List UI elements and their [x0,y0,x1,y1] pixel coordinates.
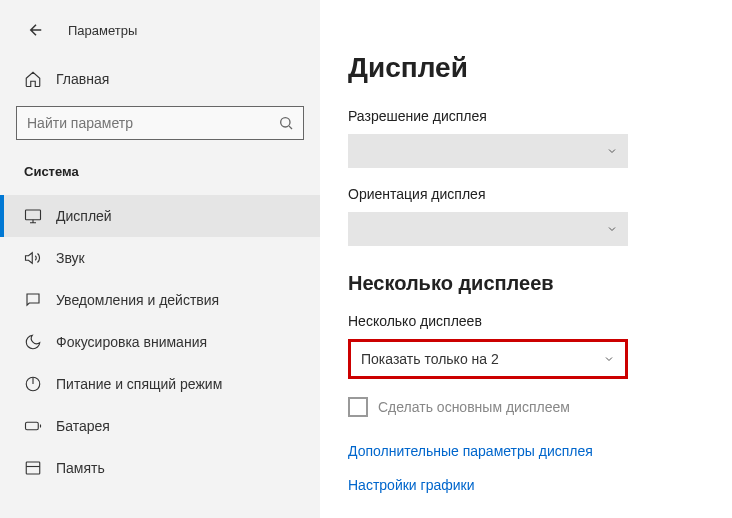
header-row: Параметры [0,12,320,60]
orientation-dropdown[interactable] [348,212,628,246]
nav-label: Дисплей [56,208,112,224]
orientation-label: Ориентация дисплея [348,186,704,202]
nav-label: Питание и спящий режим [56,376,222,392]
page-title: Дисплей [348,52,704,84]
nav-label: Память [56,460,105,476]
multi-displays-value: Показать только на 2 [361,351,499,367]
nav-label: Фокусировка внимания [56,334,207,350]
search-box[interactable] [16,106,304,140]
nav-label: Уведомления и действия [56,292,219,308]
sound-icon [24,249,42,267]
sidebar-item-focus[interactable]: Фокусировка внимания [0,321,320,363]
sidebar: Параметры Главная Система Дисплей Звук [0,0,320,518]
battery-icon [24,417,42,435]
arrow-left-icon [27,21,45,39]
multi-displays-dropdown[interactable]: Показать только на 2 [348,339,628,379]
search-input[interactable] [17,107,269,139]
search-wrap [0,98,320,156]
sidebar-item-notifications[interactable]: Уведомления и действия [0,279,320,321]
home-label: Главная [56,71,109,87]
sidebar-item-storage[interactable]: Память [0,447,320,489]
multi-displays-label: Несколько дисплеев [348,313,704,329]
moon-icon [24,333,42,351]
notifications-icon [24,291,42,309]
make-primary-row: Сделать основным дисплеем [348,397,704,417]
sidebar-section-label: Система [0,156,320,187]
graphics-settings-link[interactable]: Настройки графики [348,477,704,493]
app-title: Параметры [68,23,137,38]
nav-list: Дисплей Звук Уведомления и действия Фоку… [0,195,320,489]
svg-rect-4 [26,462,40,474]
sidebar-item-home[interactable]: Главная [0,60,320,98]
sidebar-item-power[interactable]: Питание и спящий режим [0,363,320,405]
home-icon [24,70,42,88]
resolution-label: Разрешение дисплея [348,108,704,124]
svg-rect-3 [26,422,39,430]
main-content: Дисплей Разрешение дисплея Ориентация ди… [320,0,732,518]
chevron-down-icon [603,353,615,365]
nav-label: Батарея [56,418,110,434]
sidebar-item-sound[interactable]: Звук [0,237,320,279]
nav-label: Звук [56,250,85,266]
sidebar-item-battery[interactable]: Батарея [0,405,320,447]
storage-icon [24,459,42,477]
advanced-display-link[interactable]: Дополнительные параметры дисплея [348,443,704,459]
search-icon [269,115,303,131]
resolution-dropdown[interactable] [348,134,628,168]
svg-rect-1 [26,210,41,220]
svg-point-0 [281,118,290,127]
chevron-down-icon [606,145,618,157]
back-button[interactable] [24,18,48,42]
multi-displays-heading: Несколько дисплеев [348,272,704,295]
monitor-icon [24,207,42,225]
chevron-down-icon [606,223,618,235]
make-primary-checkbox[interactable] [348,397,368,417]
power-icon [24,375,42,393]
make-primary-label: Сделать основным дисплеем [378,399,570,415]
sidebar-item-display[interactable]: Дисплей [0,195,320,237]
